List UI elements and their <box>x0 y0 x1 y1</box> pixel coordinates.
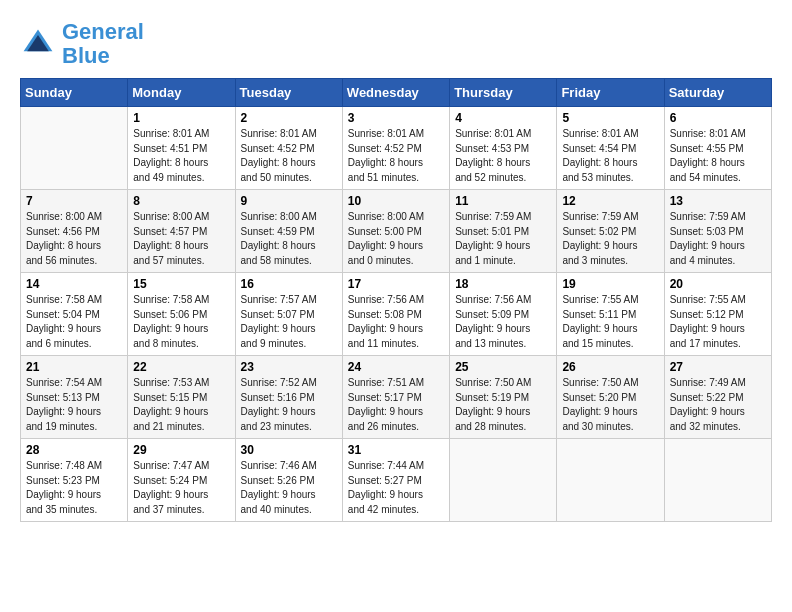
day-number: 14 <box>26 277 122 291</box>
page-header: General Blue <box>20 20 772 68</box>
calendar-cell: 11Sunrise: 7:59 AMSunset: 5:01 PMDayligh… <box>450 190 557 273</box>
day-number: 2 <box>241 111 337 125</box>
day-number: 25 <box>455 360 551 374</box>
calendar-cell: 30Sunrise: 7:46 AMSunset: 5:26 PMDayligh… <box>235 439 342 522</box>
day-number: 22 <box>133 360 229 374</box>
day-info: Sunrise: 8:01 AMSunset: 4:55 PMDaylight:… <box>670 127 766 185</box>
day-info: Sunrise: 7:56 AMSunset: 5:08 PMDaylight:… <box>348 293 444 351</box>
day-number: 30 <box>241 443 337 457</box>
day-number: 11 <box>455 194 551 208</box>
calendar-cell: 1Sunrise: 8:01 AMSunset: 4:51 PMDaylight… <box>128 107 235 190</box>
day-info: Sunrise: 8:00 AMSunset: 4:59 PMDaylight:… <box>241 210 337 268</box>
weekday-header: Wednesday <box>342 79 449 107</box>
weekday-header: Thursday <box>450 79 557 107</box>
calendar-cell: 18Sunrise: 7:56 AMSunset: 5:09 PMDayligh… <box>450 273 557 356</box>
calendar-cell: 9Sunrise: 8:00 AMSunset: 4:59 PMDaylight… <box>235 190 342 273</box>
calendar-cell: 3Sunrise: 8:01 AMSunset: 4:52 PMDaylight… <box>342 107 449 190</box>
day-number: 24 <box>348 360 444 374</box>
day-info: Sunrise: 8:00 AMSunset: 4:56 PMDaylight:… <box>26 210 122 268</box>
weekday-header: Monday <box>128 79 235 107</box>
calendar-cell: 10Sunrise: 8:00 AMSunset: 5:00 PMDayligh… <box>342 190 449 273</box>
calendar-cell: 17Sunrise: 7:56 AMSunset: 5:08 PMDayligh… <box>342 273 449 356</box>
calendar-week: 1Sunrise: 8:01 AMSunset: 4:51 PMDaylight… <box>21 107 772 190</box>
day-number: 17 <box>348 277 444 291</box>
day-info: Sunrise: 7:57 AMSunset: 5:07 PMDaylight:… <box>241 293 337 351</box>
day-info: Sunrise: 8:01 AMSunset: 4:54 PMDaylight:… <box>562 127 658 185</box>
calendar-cell: 15Sunrise: 7:58 AMSunset: 5:06 PMDayligh… <box>128 273 235 356</box>
day-info: Sunrise: 7:44 AMSunset: 5:27 PMDaylight:… <box>348 459 444 517</box>
day-info: Sunrise: 7:50 AMSunset: 5:19 PMDaylight:… <box>455 376 551 434</box>
day-info: Sunrise: 8:01 AMSunset: 4:52 PMDaylight:… <box>241 127 337 185</box>
day-number: 12 <box>562 194 658 208</box>
day-number: 5 <box>562 111 658 125</box>
day-number: 18 <box>455 277 551 291</box>
calendar-week: 14Sunrise: 7:58 AMSunset: 5:04 PMDayligh… <box>21 273 772 356</box>
day-info: Sunrise: 7:59 AMSunset: 5:01 PMDaylight:… <box>455 210 551 268</box>
calendar-week: 21Sunrise: 7:54 AMSunset: 5:13 PMDayligh… <box>21 356 772 439</box>
day-info: Sunrise: 7:59 AMSunset: 5:03 PMDaylight:… <box>670 210 766 268</box>
calendar-cell: 20Sunrise: 7:55 AMSunset: 5:12 PMDayligh… <box>664 273 771 356</box>
calendar-cell: 25Sunrise: 7:50 AMSunset: 5:19 PMDayligh… <box>450 356 557 439</box>
calendar-cell: 16Sunrise: 7:57 AMSunset: 5:07 PMDayligh… <box>235 273 342 356</box>
day-info: Sunrise: 7:58 AMSunset: 5:04 PMDaylight:… <box>26 293 122 351</box>
day-number: 6 <box>670 111 766 125</box>
day-number: 13 <box>670 194 766 208</box>
calendar-cell: 5Sunrise: 8:01 AMSunset: 4:54 PMDaylight… <box>557 107 664 190</box>
calendar-cell: 13Sunrise: 7:59 AMSunset: 5:03 PMDayligh… <box>664 190 771 273</box>
day-number: 20 <box>670 277 766 291</box>
day-number: 31 <box>348 443 444 457</box>
logo: General Blue <box>20 20 144 68</box>
day-info: Sunrise: 7:59 AMSunset: 5:02 PMDaylight:… <box>562 210 658 268</box>
day-number: 26 <box>562 360 658 374</box>
calendar-cell <box>21 107 128 190</box>
calendar-cell: 21Sunrise: 7:54 AMSunset: 5:13 PMDayligh… <box>21 356 128 439</box>
day-number: 21 <box>26 360 122 374</box>
day-info: Sunrise: 8:00 AMSunset: 4:57 PMDaylight:… <box>133 210 229 268</box>
weekday-header: Sunday <box>21 79 128 107</box>
weekday-header: Tuesday <box>235 79 342 107</box>
calendar-cell: 14Sunrise: 7:58 AMSunset: 5:04 PMDayligh… <box>21 273 128 356</box>
day-info: Sunrise: 7:50 AMSunset: 5:20 PMDaylight:… <box>562 376 658 434</box>
weekday-header: Saturday <box>664 79 771 107</box>
calendar-cell: 24Sunrise: 7:51 AMSunset: 5:17 PMDayligh… <box>342 356 449 439</box>
day-number: 16 <box>241 277 337 291</box>
calendar-cell: 22Sunrise: 7:53 AMSunset: 5:15 PMDayligh… <box>128 356 235 439</box>
calendar-cell: 27Sunrise: 7:49 AMSunset: 5:22 PMDayligh… <box>664 356 771 439</box>
calendar-cell <box>557 439 664 522</box>
day-info: Sunrise: 8:01 AMSunset: 4:51 PMDaylight:… <box>133 127 229 185</box>
calendar-table: SundayMondayTuesdayWednesdayThursdayFrid… <box>20 78 772 522</box>
day-number: 3 <box>348 111 444 125</box>
day-number: 23 <box>241 360 337 374</box>
logo-icon <box>20 26 56 62</box>
day-number: 19 <box>562 277 658 291</box>
day-info: Sunrise: 7:54 AMSunset: 5:13 PMDaylight:… <box>26 376 122 434</box>
logo-text: General Blue <box>62 20 144 68</box>
calendar-cell: 29Sunrise: 7:47 AMSunset: 5:24 PMDayligh… <box>128 439 235 522</box>
calendar-week: 7Sunrise: 8:00 AMSunset: 4:56 PMDaylight… <box>21 190 772 273</box>
calendar-cell <box>664 439 771 522</box>
calendar-cell: 26Sunrise: 7:50 AMSunset: 5:20 PMDayligh… <box>557 356 664 439</box>
day-number: 10 <box>348 194 444 208</box>
day-info: Sunrise: 7:56 AMSunset: 5:09 PMDaylight:… <box>455 293 551 351</box>
calendar-cell: 6Sunrise: 8:01 AMSunset: 4:55 PMDaylight… <box>664 107 771 190</box>
day-info: Sunrise: 8:01 AMSunset: 4:53 PMDaylight:… <box>455 127 551 185</box>
day-number: 29 <box>133 443 229 457</box>
calendar-cell: 8Sunrise: 8:00 AMSunset: 4:57 PMDaylight… <box>128 190 235 273</box>
day-number: 4 <box>455 111 551 125</box>
day-info: Sunrise: 7:47 AMSunset: 5:24 PMDaylight:… <box>133 459 229 517</box>
day-number: 1 <box>133 111 229 125</box>
day-number: 28 <box>26 443 122 457</box>
day-info: Sunrise: 7:53 AMSunset: 5:15 PMDaylight:… <box>133 376 229 434</box>
calendar-cell: 4Sunrise: 8:01 AMSunset: 4:53 PMDaylight… <box>450 107 557 190</box>
calendar-cell <box>450 439 557 522</box>
day-info: Sunrise: 7:55 AMSunset: 5:12 PMDaylight:… <box>670 293 766 351</box>
calendar-week: 28Sunrise: 7:48 AMSunset: 5:23 PMDayligh… <box>21 439 772 522</box>
day-number: 27 <box>670 360 766 374</box>
day-info: Sunrise: 7:58 AMSunset: 5:06 PMDaylight:… <box>133 293 229 351</box>
calendar-cell: 23Sunrise: 7:52 AMSunset: 5:16 PMDayligh… <box>235 356 342 439</box>
calendar-cell: 31Sunrise: 7:44 AMSunset: 5:27 PMDayligh… <box>342 439 449 522</box>
calendar-cell: 7Sunrise: 8:00 AMSunset: 4:56 PMDaylight… <box>21 190 128 273</box>
day-info: Sunrise: 7:52 AMSunset: 5:16 PMDaylight:… <box>241 376 337 434</box>
day-info: Sunrise: 7:55 AMSunset: 5:11 PMDaylight:… <box>562 293 658 351</box>
calendar-cell: 28Sunrise: 7:48 AMSunset: 5:23 PMDayligh… <box>21 439 128 522</box>
